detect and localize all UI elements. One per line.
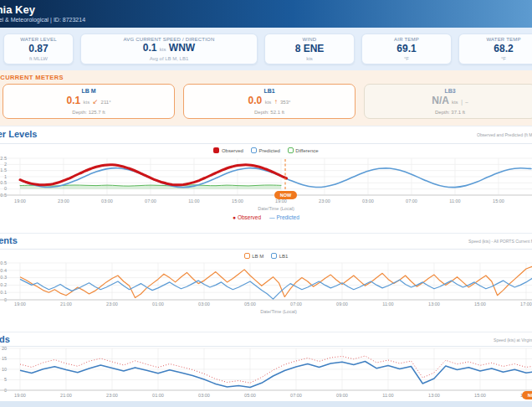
svg-text:19:00: 19:00 xyxy=(14,198,26,204)
metric-value: 0.87 xyxy=(28,44,48,54)
svg-text:15:00: 15:00 xyxy=(474,393,486,398)
meter-bearing: 211° xyxy=(101,100,111,105)
svg-text:2.5: 2.5 xyxy=(0,156,7,161)
svg-text:0.5: 0.5 xyxy=(0,261,7,265)
direction-arrow-icon: ↙ xyxy=(93,98,99,106)
predicted-line-legend: — Predicted xyxy=(269,214,299,220)
svg-text:11:00: 11:00 xyxy=(188,198,199,204)
svg-text:NOW: NOW xyxy=(528,393,532,398)
metric-value: 68.2 xyxy=(494,44,513,54)
metric-note: Avg of LB M, LB1 xyxy=(150,56,189,61)
svg-text:11:00: 11:00 xyxy=(382,301,393,307)
legend-item-observed[interactable]: Observed xyxy=(213,147,243,153)
meter-bearing: – xyxy=(465,100,468,105)
no-direction-icon: | xyxy=(461,98,463,106)
svg-text:1: 1 xyxy=(4,174,7,179)
meter-name: LB3 xyxy=(444,88,455,94)
currents-title[interactable]: Currents xyxy=(0,235,18,245)
svg-text:Date/Time (Local): Date/Time (Local) xyxy=(258,206,294,211)
meter-depth: Depth: 37.1 ft xyxy=(435,110,465,115)
svg-text:01:00: 01:00 xyxy=(152,301,164,307)
ports-dashboard: Virginia Key Water Level & Meteorologica… xyxy=(0,0,532,407)
winds-title[interactable]: Winds xyxy=(0,334,10,344)
water-levels-title[interactable]: Water Levels xyxy=(0,129,37,139)
meter-card-lb1[interactable]: LB1 0.0 kts ↑ 353° Depth: 52.1 ft xyxy=(183,84,356,119)
svg-text:05:00: 05:00 xyxy=(244,301,256,307)
svg-text:0.1: 0.1 xyxy=(0,290,7,295)
meter-depth: Depth: 52.1 ft xyxy=(254,110,284,115)
svg-text:03:00: 03:00 xyxy=(362,198,374,204)
svg-text:07:00: 07:00 xyxy=(406,198,417,204)
svg-text:03:00: 03:00 xyxy=(198,301,210,307)
meter-card-lb3: LB3 N/A kts | – Depth: 37.1 ft xyxy=(364,84,532,119)
svg-text:07:00: 07:00 xyxy=(290,301,302,307)
observed-swatch-icon xyxy=(213,147,219,153)
metric-card-air-temp: AIR TEMP 69.1 °F xyxy=(361,33,452,64)
svg-text:15:00: 15:00 xyxy=(493,198,504,204)
metric-label: WATER TEMP xyxy=(486,37,520,42)
svg-text:09:00: 09:00 xyxy=(336,393,348,398)
difference-swatch-icon xyxy=(288,147,294,153)
svg-text:21:00: 21:00 xyxy=(60,301,72,307)
metric-unit: ft MLLW xyxy=(29,56,48,61)
svg-text:23:00: 23:00 xyxy=(106,393,118,398)
svg-text:0.4: 0.4 xyxy=(0,268,7,273)
meter-card-lbm[interactable]: LB M 0.1 kts ↙ 211° Depth: 125.7 ft xyxy=(3,84,175,119)
svg-text:5: 5 xyxy=(4,377,7,382)
legend-item-lb1[interactable]: LB1 xyxy=(271,253,288,259)
svg-text:19:00: 19:00 xyxy=(14,393,26,398)
meter-reading: N/A kts | – xyxy=(432,96,468,107)
legend-item-difference[interactable]: Difference xyxy=(288,147,319,153)
svg-text:03:00: 03:00 xyxy=(101,198,113,204)
lb1-swatch-icon xyxy=(271,253,277,259)
currents-chart: 0.50.40.30.20.1019:0021:0023:0001:0003:0… xyxy=(0,261,532,315)
metric-card-water-level: WATER LEVEL 0.87 ft MLLW xyxy=(3,33,74,64)
water-levels-bottom-legend: ● Observed — Predicted xyxy=(0,214,532,220)
svg-text:0: 0 xyxy=(4,186,7,191)
metric-value-unit: kts xyxy=(160,47,166,52)
water-levels-legend: Observed Predicted Difference xyxy=(0,147,532,153)
metric-value: 0.1 kts WNW xyxy=(143,44,195,54)
station-name: Virginia Key xyxy=(0,3,35,16)
section-divider xyxy=(0,126,532,126)
meter-bearing: 353° xyxy=(280,100,290,105)
svg-text:15:00: 15:00 xyxy=(474,301,486,307)
svg-text:15:00: 15:00 xyxy=(232,198,243,204)
direction-arrow-icon: ↑ xyxy=(274,98,278,106)
bottom-strip xyxy=(0,401,532,407)
legend-item-lbm[interactable]: LB M xyxy=(244,253,264,259)
svg-text:09:00: 09:00 xyxy=(336,301,348,307)
svg-text:05:00: 05:00 xyxy=(244,393,256,398)
predicted-swatch-icon xyxy=(251,147,257,153)
metric-value: 8 ENE xyxy=(295,44,325,54)
metric-unit: °F xyxy=(404,56,409,61)
metric-card-avg-current: AVG CURRENT SPEED / DIRECTION 0.1 kts WN… xyxy=(80,33,258,64)
currents-subtitle: Speed (kts) - All PORTS Current Meters xyxy=(468,240,532,244)
svg-text:23:00: 23:00 xyxy=(319,198,330,204)
meter-name: LB M xyxy=(81,88,95,94)
meter-depth: Depth: 125.7 ft xyxy=(72,110,105,115)
svg-text:13:00: 13:00 xyxy=(428,393,440,398)
lbm-swatch-icon xyxy=(244,253,250,259)
section-divider xyxy=(0,233,532,234)
metric-unit: kts xyxy=(306,56,313,61)
metric-card-wind: WIND 8 ENE kts xyxy=(264,33,355,64)
meter-reading: 0.0 kts ↑ 353° xyxy=(248,96,291,107)
meter-reading: 0.1 kts ↙ 211° xyxy=(66,96,110,107)
winds-subtitle: Speed (kts) at Virginia Key xyxy=(494,338,532,343)
legend-item-predicted[interactable]: Predicted xyxy=(251,147,280,153)
svg-text:2: 2 xyxy=(4,162,7,167)
metric-label: WIND xyxy=(303,37,317,42)
metric-value: 69.1 xyxy=(396,44,416,54)
meter-unit: kts xyxy=(84,100,90,105)
dot-icon: ● xyxy=(233,214,236,220)
svg-text:1.5: 1.5 xyxy=(0,167,7,173)
meter-unit: kts xyxy=(265,100,272,105)
svg-text:11:00: 11:00 xyxy=(449,198,460,204)
dash-icon: — xyxy=(269,214,275,220)
svg-text:07:00: 07:00 xyxy=(145,198,156,204)
svg-text:11:00: 11:00 xyxy=(382,393,393,398)
svg-text:23:00: 23:00 xyxy=(106,301,118,307)
svg-text:20: 20 xyxy=(2,347,7,351)
winds-chart: 2015105019:0021:0023:0001:0003:0005:0007… xyxy=(0,347,532,400)
